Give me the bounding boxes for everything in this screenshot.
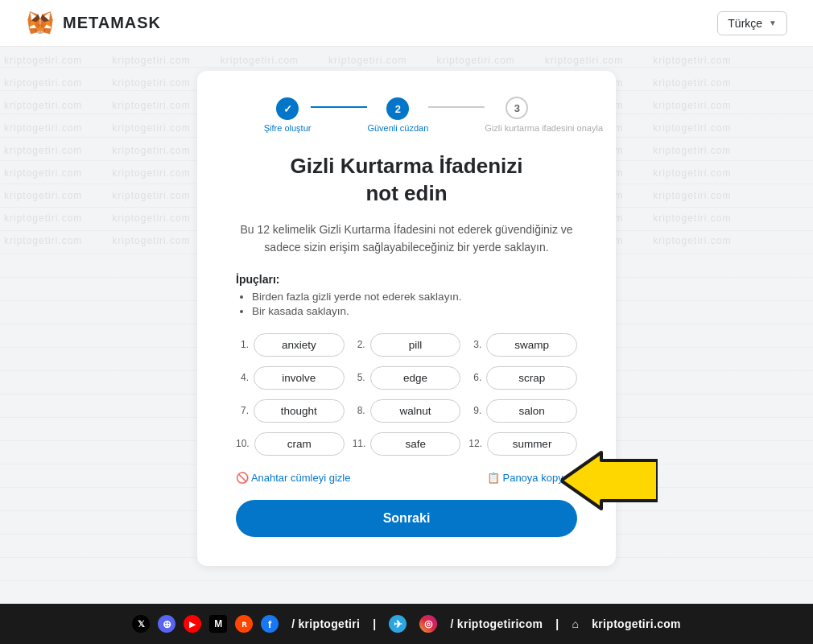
social-icons: 𝕏 ⊕ ▶ M ʀ f — [132, 615, 279, 633]
header: METAMASK Türkçe ▼ — [0, 0, 813, 47]
step-3-label: Gizli kurtarma ifadesini onayla — [485, 122, 549, 134]
word-number: 7. — [236, 405, 249, 416]
step-line-2 — [428, 106, 485, 108]
word-number: 5. — [353, 372, 365, 383]
medium-icon[interactable]: M — [209, 615, 227, 633]
bottom-bar-social-1: / kriptogetiri — [291, 617, 360, 630]
word-box: cram — [254, 432, 345, 456]
bottom-bar-home-icon: ⌂ — [572, 617, 579, 630]
card-description: Bu 12 kelimelik Gizli Kurtarma İfadesini… — [236, 221, 577, 257]
word-number: 3. — [468, 339, 481, 350]
discord-icon[interactable]: ⊕ — [158, 615, 175, 633]
word-item: 1.anxiety — [236, 333, 345, 357]
svg-marker-33 — [561, 452, 658, 509]
step-2-label: Güvenli cüzdan — [367, 123, 428, 133]
bottom-bar-separator-2: | — [555, 617, 559, 630]
logo-text: METAMASK — [63, 14, 161, 32]
tips-title: İpuçları: — [236, 273, 577, 286]
word-item: 5.edge — [353, 366, 461, 390]
bottom-bar-site: kriptogetiri.com — [592, 617, 681, 630]
facebook-icon[interactable]: f — [261, 615, 279, 633]
word-number: 9. — [468, 405, 481, 416]
bottom-bar-social-2: / kriptogetiricom — [450, 617, 543, 630]
word-box: walnut — [370, 399, 461, 423]
bottom-bar-separator-1: | — [373, 617, 376, 630]
metamask-logo-icon — [26, 9, 55, 38]
word-box: pill — [370, 333, 461, 357]
word-box: edge — [370, 366, 461, 390]
word-number: 8. — [353, 405, 365, 416]
step-3: 3 Gizli kurtarma ifadesini onayla — [485, 97, 549, 134]
word-number: 2. — [353, 339, 365, 350]
word-item: 9.salon — [468, 399, 577, 423]
word-number: 10. — [236, 438, 250, 449]
language-label: Türkçe — [728, 17, 762, 30]
chevron-down-icon: ▼ — [769, 19, 777, 27]
language-selector[interactable]: Türkçe ▼ — [717, 11, 787, 35]
card-title: Gizli Kurtarma İfadenizinot edin — [236, 153, 577, 208]
word-number: 1. — [236, 339, 249, 350]
tips-section: İpuçları: Birden fazla gizli yerde not e… — [236, 273, 577, 317]
word-item: 3.swamp — [468, 333, 577, 357]
youtube-icon[interactable]: ▶ — [184, 615, 201, 633]
reddit-icon[interactable]: ʀ — [235, 615, 253, 633]
tips-list: Birden fazla gizli yerde not ederek sakl… — [236, 291, 577, 317]
word-item: 4.involve — [236, 366, 345, 390]
word-box: involve — [254, 366, 345, 390]
step-2-circle: 2 — [386, 97, 409, 120]
word-item: 6.scrap — [468, 366, 577, 390]
setup-card: ✓ Şifre oluştur 2 Güvenli cüzdan 3 Gizli… — [197, 71, 616, 566]
word-box: safe — [370, 432, 460, 456]
next-button-container: Sonraki — [236, 500, 577, 537]
word-box: scrap — [486, 366, 577, 390]
main-content: ✓ Şifre oluştur 2 Güvenli cüzdan 3 Gizli… — [0, 47, 813, 582]
word-number: 6. — [468, 372, 481, 383]
word-item: 10.cram — [236, 432, 345, 456]
word-grid: 1.anxiety2.pill3.swamp4.involve5.edge6.s… — [236, 333, 577, 456]
next-button[interactable]: Sonraki — [236, 500, 577, 537]
word-item: 11.safe — [353, 432, 461, 456]
step-3-circle: 3 — [506, 97, 528, 119]
hide-phrase-link[interactable]: 🚫 Anahtar cümleyi gizle — [236, 472, 350, 484]
twitter-x-icon[interactable]: 𝕏 — [132, 615, 150, 633]
step-1-circle: ✓ — [276, 97, 299, 120]
word-box: thought — [254, 399, 345, 423]
telegram-icon[interactable]: ✈ — [389, 615, 406, 633]
word-number: 12. — [468, 438, 482, 449]
word-box: anxiety — [254, 333, 345, 357]
word-number: 4. — [236, 372, 249, 383]
tip-1: Birden fazla gizli yerde not ederek sakl… — [252, 291, 577, 303]
step-1: ✓ Şifre oluştur — [264, 97, 312, 133]
word-item: 2.pill — [353, 333, 461, 357]
word-item: 7.thought — [236, 399, 345, 423]
arrow-pointer — [561, 448, 658, 513]
logo-area: METAMASK — [26, 9, 161, 38]
tip-2: Bir kasada saklayın. — [252, 305, 577, 317]
step-2: 2 Güvenli cüzdan — [367, 97, 428, 133]
instagram-icon[interactable]: ◎ — [419, 615, 437, 633]
word-item: 8.walnut — [353, 399, 461, 423]
bottom-bar: 𝕏 ⊕ ▶ M ʀ f / kriptogetiri | ✈ ◎ / kript… — [0, 604, 813, 644]
step-1-label: Şifre oluştur — [264, 123, 312, 133]
word-box: swamp — [486, 333, 577, 357]
action-links: 🚫 Anahtar cümleyi gizle 📋 Panoya kopyala — [236, 472, 577, 484]
word-box: salon — [486, 399, 577, 423]
word-number: 11. — [353, 438, 366, 449]
stepper: ✓ Şifre oluştur 2 Güvenli cüzdan 3 Gizli… — [236, 97, 577, 134]
step-line-1 — [311, 106, 367, 108]
